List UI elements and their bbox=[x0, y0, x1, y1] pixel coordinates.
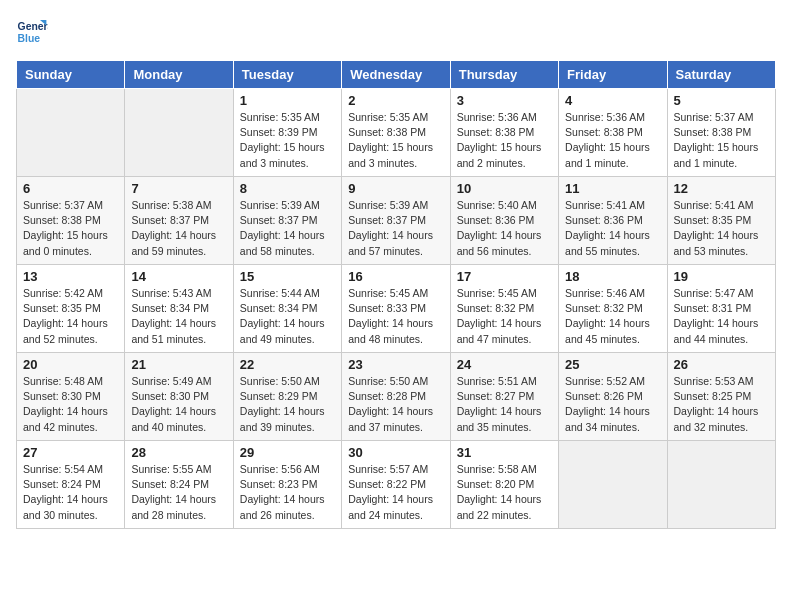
svg-text:Blue: Blue bbox=[18, 33, 41, 44]
calendar-cell: 14Sunrise: 5:43 AM Sunset: 8:34 PM Dayli… bbox=[125, 265, 233, 353]
calendar-cell bbox=[125, 89, 233, 177]
day-number: 15 bbox=[240, 269, 335, 284]
calendar-cell: 6Sunrise: 5:37 AM Sunset: 8:38 PM Daylig… bbox=[17, 177, 125, 265]
week-row-3: 13Sunrise: 5:42 AM Sunset: 8:35 PM Dayli… bbox=[17, 265, 776, 353]
calendar-cell: 21Sunrise: 5:49 AM Sunset: 8:30 PM Dayli… bbox=[125, 353, 233, 441]
calendar-cell bbox=[559, 441, 667, 529]
calendar-cell: 26Sunrise: 5:53 AM Sunset: 8:25 PM Dayli… bbox=[667, 353, 775, 441]
weekday-header-wednesday: Wednesday bbox=[342, 61, 450, 89]
calendar-cell: 7Sunrise: 5:38 AM Sunset: 8:37 PM Daylig… bbox=[125, 177, 233, 265]
day-number: 16 bbox=[348, 269, 443, 284]
day-info: Sunrise: 5:49 AM Sunset: 8:30 PM Dayligh… bbox=[131, 374, 226, 435]
weekday-header-row: SundayMondayTuesdayWednesdayThursdayFrid… bbox=[17, 61, 776, 89]
calendar-cell: 5Sunrise: 5:37 AM Sunset: 8:38 PM Daylig… bbox=[667, 89, 775, 177]
calendar-cell: 27Sunrise: 5:54 AM Sunset: 8:24 PM Dayli… bbox=[17, 441, 125, 529]
day-info: Sunrise: 5:37 AM Sunset: 8:38 PM Dayligh… bbox=[674, 110, 769, 171]
day-info: Sunrise: 5:48 AM Sunset: 8:30 PM Dayligh… bbox=[23, 374, 118, 435]
day-info: Sunrise: 5:38 AM Sunset: 8:37 PM Dayligh… bbox=[131, 198, 226, 259]
weekday-header-sunday: Sunday bbox=[17, 61, 125, 89]
day-number: 22 bbox=[240, 357, 335, 372]
week-row-1: 1Sunrise: 5:35 AM Sunset: 8:39 PM Daylig… bbox=[17, 89, 776, 177]
day-number: 19 bbox=[674, 269, 769, 284]
day-info: Sunrise: 5:36 AM Sunset: 8:38 PM Dayligh… bbox=[457, 110, 552, 171]
day-number: 24 bbox=[457, 357, 552, 372]
calendar-cell bbox=[667, 441, 775, 529]
calendar-cell: 24Sunrise: 5:51 AM Sunset: 8:27 PM Dayli… bbox=[450, 353, 558, 441]
day-info: Sunrise: 5:50 AM Sunset: 8:28 PM Dayligh… bbox=[348, 374, 443, 435]
day-number: 9 bbox=[348, 181, 443, 196]
day-number: 10 bbox=[457, 181, 552, 196]
day-number: 4 bbox=[565, 93, 660, 108]
calendar-cell bbox=[17, 89, 125, 177]
week-row-2: 6Sunrise: 5:37 AM Sunset: 8:38 PM Daylig… bbox=[17, 177, 776, 265]
day-number: 17 bbox=[457, 269, 552, 284]
calendar-cell: 17Sunrise: 5:45 AM Sunset: 8:32 PM Dayli… bbox=[450, 265, 558, 353]
day-info: Sunrise: 5:57 AM Sunset: 8:22 PM Dayligh… bbox=[348, 462, 443, 523]
svg-text:General: General bbox=[18, 21, 48, 32]
day-number: 1 bbox=[240, 93, 335, 108]
calendar-cell: 25Sunrise: 5:52 AM Sunset: 8:26 PM Dayli… bbox=[559, 353, 667, 441]
calendar-cell: 29Sunrise: 5:56 AM Sunset: 8:23 PM Dayli… bbox=[233, 441, 341, 529]
day-info: Sunrise: 5:47 AM Sunset: 8:31 PM Dayligh… bbox=[674, 286, 769, 347]
day-info: Sunrise: 5:56 AM Sunset: 8:23 PM Dayligh… bbox=[240, 462, 335, 523]
day-info: Sunrise: 5:44 AM Sunset: 8:34 PM Dayligh… bbox=[240, 286, 335, 347]
day-info: Sunrise: 5:55 AM Sunset: 8:24 PM Dayligh… bbox=[131, 462, 226, 523]
calendar-cell: 2Sunrise: 5:35 AM Sunset: 8:38 PM Daylig… bbox=[342, 89, 450, 177]
weekday-header-friday: Friday bbox=[559, 61, 667, 89]
day-info: Sunrise: 5:52 AM Sunset: 8:26 PM Dayligh… bbox=[565, 374, 660, 435]
day-number: 8 bbox=[240, 181, 335, 196]
day-number: 12 bbox=[674, 181, 769, 196]
day-info: Sunrise: 5:43 AM Sunset: 8:34 PM Dayligh… bbox=[131, 286, 226, 347]
day-number: 30 bbox=[348, 445, 443, 460]
day-info: Sunrise: 5:40 AM Sunset: 8:36 PM Dayligh… bbox=[457, 198, 552, 259]
day-number: 7 bbox=[131, 181, 226, 196]
calendar-cell: 12Sunrise: 5:41 AM Sunset: 8:35 PM Dayli… bbox=[667, 177, 775, 265]
day-info: Sunrise: 5:41 AM Sunset: 8:36 PM Dayligh… bbox=[565, 198, 660, 259]
calendar-cell: 19Sunrise: 5:47 AM Sunset: 8:31 PM Dayli… bbox=[667, 265, 775, 353]
logo-icon: General Blue bbox=[16, 16, 48, 48]
day-number: 6 bbox=[23, 181, 118, 196]
day-info: Sunrise: 5:45 AM Sunset: 8:32 PM Dayligh… bbox=[457, 286, 552, 347]
calendar-cell: 9Sunrise: 5:39 AM Sunset: 8:37 PM Daylig… bbox=[342, 177, 450, 265]
week-row-5: 27Sunrise: 5:54 AM Sunset: 8:24 PM Dayli… bbox=[17, 441, 776, 529]
day-number: 25 bbox=[565, 357, 660, 372]
day-number: 13 bbox=[23, 269, 118, 284]
calendar-cell: 11Sunrise: 5:41 AM Sunset: 8:36 PM Dayli… bbox=[559, 177, 667, 265]
calendar-cell: 30Sunrise: 5:57 AM Sunset: 8:22 PM Dayli… bbox=[342, 441, 450, 529]
calendar-cell: 10Sunrise: 5:40 AM Sunset: 8:36 PM Dayli… bbox=[450, 177, 558, 265]
calendar-cell: 13Sunrise: 5:42 AM Sunset: 8:35 PM Dayli… bbox=[17, 265, 125, 353]
day-info: Sunrise: 5:46 AM Sunset: 8:32 PM Dayligh… bbox=[565, 286, 660, 347]
calendar-cell: 20Sunrise: 5:48 AM Sunset: 8:30 PM Dayli… bbox=[17, 353, 125, 441]
day-number: 27 bbox=[23, 445, 118, 460]
header: General Blue bbox=[16, 16, 776, 48]
calendar-table: SundayMondayTuesdayWednesdayThursdayFrid… bbox=[16, 60, 776, 529]
day-number: 18 bbox=[565, 269, 660, 284]
day-info: Sunrise: 5:42 AM Sunset: 8:35 PM Dayligh… bbox=[23, 286, 118, 347]
weekday-header-saturday: Saturday bbox=[667, 61, 775, 89]
calendar-cell: 4Sunrise: 5:36 AM Sunset: 8:38 PM Daylig… bbox=[559, 89, 667, 177]
day-info: Sunrise: 5:54 AM Sunset: 8:24 PM Dayligh… bbox=[23, 462, 118, 523]
calendar-cell: 28Sunrise: 5:55 AM Sunset: 8:24 PM Dayli… bbox=[125, 441, 233, 529]
day-number: 2 bbox=[348, 93, 443, 108]
calendar-cell: 22Sunrise: 5:50 AM Sunset: 8:29 PM Dayli… bbox=[233, 353, 341, 441]
day-info: Sunrise: 5:41 AM Sunset: 8:35 PM Dayligh… bbox=[674, 198, 769, 259]
calendar-cell: 16Sunrise: 5:45 AM Sunset: 8:33 PM Dayli… bbox=[342, 265, 450, 353]
day-number: 28 bbox=[131, 445, 226, 460]
calendar-cell: 1Sunrise: 5:35 AM Sunset: 8:39 PM Daylig… bbox=[233, 89, 341, 177]
day-number: 23 bbox=[348, 357, 443, 372]
day-number: 20 bbox=[23, 357, 118, 372]
day-info: Sunrise: 5:58 AM Sunset: 8:20 PM Dayligh… bbox=[457, 462, 552, 523]
day-number: 29 bbox=[240, 445, 335, 460]
weekday-header-monday: Monday bbox=[125, 61, 233, 89]
calendar-cell: 15Sunrise: 5:44 AM Sunset: 8:34 PM Dayli… bbox=[233, 265, 341, 353]
weekday-header-thursday: Thursday bbox=[450, 61, 558, 89]
day-info: Sunrise: 5:36 AM Sunset: 8:38 PM Dayligh… bbox=[565, 110, 660, 171]
calendar-cell: 3Sunrise: 5:36 AM Sunset: 8:38 PM Daylig… bbox=[450, 89, 558, 177]
day-number: 31 bbox=[457, 445, 552, 460]
day-info: Sunrise: 5:53 AM Sunset: 8:25 PM Dayligh… bbox=[674, 374, 769, 435]
calendar-cell: 8Sunrise: 5:39 AM Sunset: 8:37 PM Daylig… bbox=[233, 177, 341, 265]
calendar-cell: 31Sunrise: 5:58 AM Sunset: 8:20 PM Dayli… bbox=[450, 441, 558, 529]
day-info: Sunrise: 5:39 AM Sunset: 8:37 PM Dayligh… bbox=[348, 198, 443, 259]
day-number: 21 bbox=[131, 357, 226, 372]
day-info: Sunrise: 5:35 AM Sunset: 8:39 PM Dayligh… bbox=[240, 110, 335, 171]
